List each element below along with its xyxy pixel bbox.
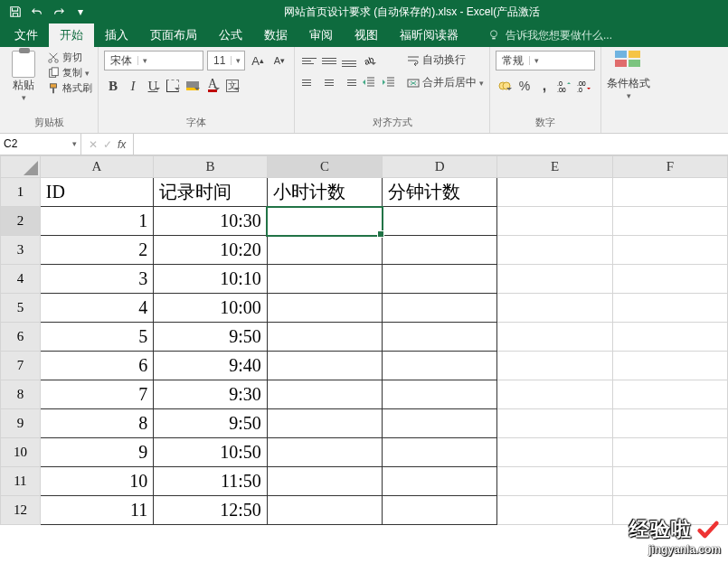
percent-button[interactable]: % [515, 76, 534, 96]
cell[interactable] [612, 265, 727, 294]
cell[interactable] [612, 178, 727, 207]
cell[interactable] [383, 438, 497, 467]
cell[interactable]: 8 [40, 409, 153, 438]
row-header[interactable]: 2 [1, 207, 41, 236]
cell[interactable]: 7 [40, 380, 153, 409]
fill-color-button[interactable] [184, 76, 202, 96]
decrease-decimal-button[interactable]: .00.0 [575, 76, 593, 96]
cell[interactable] [612, 409, 727, 438]
cell[interactable]: 10:50 [154, 438, 268, 467]
cell[interactable] [497, 467, 612, 496]
italic-button[interactable]: I [124, 76, 142, 96]
cell[interactable] [497, 352, 612, 380]
cell[interactable]: 9:30 [154, 380, 268, 409]
name-box[interactable]: C2▾ [0, 134, 81, 155]
cell[interactable] [383, 467, 497, 496]
cell[interactable] [383, 352, 497, 380]
cell[interactable] [497, 207, 612, 236]
cell[interactable] [612, 352, 727, 380]
row-header[interactable]: 8 [1, 380, 41, 409]
cell[interactable]: 小时计数 [267, 178, 382, 207]
cell[interactable] [267, 236, 382, 265]
tab-file[interactable]: 文件 [4, 23, 49, 47]
cell[interactable] [267, 496, 382, 525]
cell[interactable]: 6 [40, 352, 153, 380]
qat-customize-icon[interactable]: ▾ [71, 2, 90, 22]
copy-button[interactable]: 复制 ▾ [47, 66, 92, 80]
row-header[interactable]: 9 [1, 409, 41, 438]
cell[interactable] [383, 380, 497, 409]
cell[interactable]: 9:50 [154, 323, 268, 352]
merge-center-button[interactable]: 合并后居中 ▾ [407, 75, 484, 90]
redo-icon[interactable] [49, 2, 69, 22]
borders-button[interactable] [164, 76, 182, 96]
cell[interactable]: 11:50 [154, 467, 268, 496]
cell[interactable]: 10:10 [154, 265, 268, 294]
paste-button[interactable]: 粘贴 ▾ [5, 51, 42, 102]
cell[interactable] [497, 236, 612, 265]
cell[interactable]: 10:30 [154, 207, 268, 236]
tab-view[interactable]: 视图 [344, 23, 389, 47]
row-header[interactable]: 7 [1, 352, 41, 380]
cell[interactable] [497, 294, 612, 323]
undo-icon[interactable] [27, 2, 47, 22]
cell[interactable] [612, 294, 727, 323]
cell[interactable]: 9:50 [154, 409, 268, 438]
enter-icon[interactable]: ✓ [103, 138, 112, 151]
phonetic-button[interactable]: 文 [223, 76, 241, 96]
tab-home[interactable]: 开始 [49, 23, 94, 47]
cell[interactable]: 10:20 [154, 236, 268, 265]
cell[interactable] [612, 438, 727, 467]
cell[interactable]: 9:40 [154, 352, 268, 380]
orientation-button[interactable]: ab [360, 51, 378, 70]
cell[interactable] [267, 294, 382, 323]
cell[interactable] [612, 207, 727, 236]
row-header[interactable]: 1 [1, 178, 41, 207]
cell[interactable] [497, 323, 612, 352]
cell[interactable] [497, 178, 612, 207]
tab-insert[interactable]: 插入 [94, 23, 139, 47]
cell[interactable] [267, 467, 382, 496]
increase-font-button[interactable]: A▴ [249, 51, 267, 70]
cell[interactable] [612, 467, 727, 496]
col-header-B[interactable]: B [154, 156, 268, 178]
cell[interactable]: ID [40, 178, 153, 207]
row-header[interactable]: 5 [1, 294, 41, 323]
cell[interactable]: 10 [40, 467, 153, 496]
cell[interactable]: 4 [40, 294, 153, 323]
align-left-button[interactable] [300, 72, 318, 92]
select-all-corner[interactable] [1, 156, 41, 178]
cell[interactable]: 9 [40, 438, 153, 467]
cell[interactable]: 分钟计数 [383, 178, 497, 207]
cell[interactable] [383, 236, 497, 265]
align-top-button[interactable] [300, 51, 318, 70]
cell[interactable]: 11 [40, 496, 153, 525]
cell[interactable] [267, 352, 382, 380]
cell[interactable] [267, 409, 382, 438]
cell[interactable] [383, 323, 497, 352]
font-size-combo[interactable]: 11▾ [207, 51, 245, 70]
cancel-icon[interactable]: ✕ [89, 138, 98, 151]
tab-layout[interactable]: 页面布局 [139, 23, 208, 47]
cell[interactable] [612, 323, 727, 352]
wrap-text-button[interactable]: 自动换行 [407, 52, 484, 68]
format-painter-button[interactable]: 格式刷 [47, 81, 92, 95]
cell[interactable] [497, 265, 612, 294]
cell[interactable] [497, 380, 612, 409]
row-header[interactable]: 11 [1, 467, 41, 496]
number-format-combo[interactable]: 常规▾ [496, 51, 595, 70]
row-header[interactable]: 4 [1, 265, 41, 294]
increase-indent-button[interactable] [380, 72, 398, 92]
col-header-A[interactable]: A [40, 156, 153, 178]
row-header[interactable]: 12 [1, 496, 41, 525]
decrease-font-button[interactable]: A▾ [270, 51, 288, 70]
cell[interactable] [612, 380, 727, 409]
font-name-combo[interactable]: 宋体▾ [104, 51, 203, 70]
cell[interactable]: 2 [40, 236, 153, 265]
font-color-button[interactable]: A [203, 76, 222, 96]
worksheet-grid[interactable]: A B C D E F 1ID记录时间小时计数分钟计数2110:303210:2… [0, 155, 728, 525]
fx-icon[interactable]: fx [118, 138, 126, 151]
cell[interactable] [383, 265, 497, 294]
col-header-F[interactable]: F [612, 156, 727, 178]
cell[interactable] [267, 207, 382, 236]
